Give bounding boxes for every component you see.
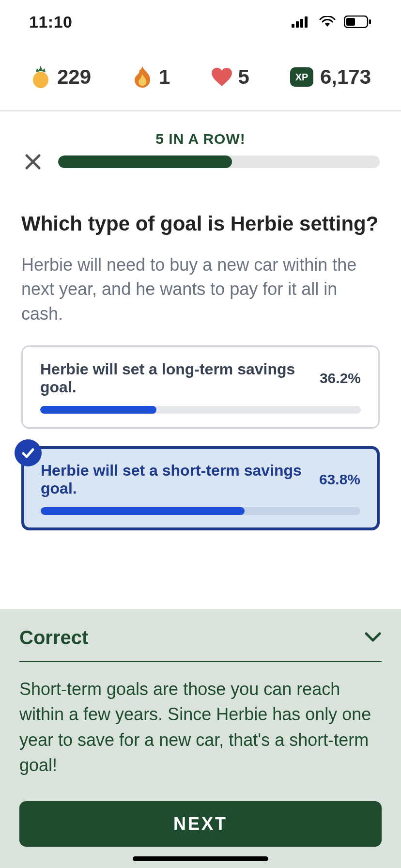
svg-text:XP: XP [295, 72, 308, 82]
svg-rect-0 [292, 24, 294, 28]
chevron-down-icon [364, 632, 382, 644]
streak-label: 5 IN A ROW! [21, 131, 380, 147]
stat-fire[interactable]: 1 [132, 65, 170, 89]
status-bar: 11:10 [0, 0, 401, 44]
stat-heart-value: 5 [238, 65, 249, 89]
home-indicator[interactable] [133, 856, 268, 861]
svg-rect-5 [346, 18, 355, 26]
feedback-body: Short-term goals are those you can reach… [19, 677, 382, 778]
close-button[interactable] [21, 150, 45, 173]
answer-option-short-term[interactable]: Herbie will set a short-term savings goa… [21, 446, 380, 530]
progress-fill [58, 155, 232, 168]
answer-percent: 63.8% [319, 471, 360, 488]
stat-pineapple-value: 229 [57, 65, 91, 89]
stats-row: 229 1 5 XP 6,173 [0, 44, 401, 111]
pineapple-icon [30, 66, 51, 88]
answer-text: Herbie will set a short-term savings goa… [41, 462, 309, 497]
stat-xp-value: 6,173 [320, 65, 371, 89]
stat-xp[interactable]: XP 6,173 [290, 65, 371, 89]
feedback-panel: Correct Short-term goals are those you c… [0, 609, 401, 868]
answer-option-long-term[interactable]: Herbie will set a long-term savings goal… [21, 345, 380, 429]
answer-text: Herbie will set a long-term savings goal… [40, 360, 310, 396]
progress-section: 5 IN A ROW! [0, 111, 401, 183]
stat-pineapple[interactable]: 229 [30, 65, 91, 89]
cellular-icon [290, 11, 311, 32]
answer-bar [41, 507, 360, 515]
battery-icon [344, 11, 372, 32]
answer-fill [41, 507, 245, 515]
svg-rect-6 [369, 19, 371, 24]
svg-point-7 [33, 72, 48, 88]
stat-fire-value: 1 [159, 65, 170, 89]
answer-bar [40, 406, 361, 414]
question-title: Which type of goal is Herbie setting? [21, 212, 380, 235]
feedback-title: Correct [19, 627, 88, 649]
xp-badge-icon: XP [290, 67, 313, 87]
answer-fill [40, 406, 156, 414]
heart-icon [211, 66, 232, 88]
stat-heart[interactable]: 5 [211, 65, 249, 89]
progress-bar [58, 155, 380, 168]
svg-rect-1 [296, 21, 299, 28]
svg-rect-3 [305, 16, 308, 28]
question-content: Which type of goal is Herbie setting? He… [0, 183, 401, 609]
next-button[interactable]: NEXT [19, 801, 382, 847]
feedback-header[interactable]: Correct [19, 627, 382, 662]
question-body: Herbie will need to buy a new car within… [21, 253, 380, 326]
answer-percent: 36.2% [320, 370, 361, 387]
checkmark-badge-icon [15, 439, 42, 466]
fire-icon [132, 66, 153, 88]
svg-rect-2 [300, 19, 303, 28]
status-time: 11:10 [29, 13, 72, 31]
status-icons-group [290, 11, 372, 32]
wifi-icon [317, 11, 338, 32]
